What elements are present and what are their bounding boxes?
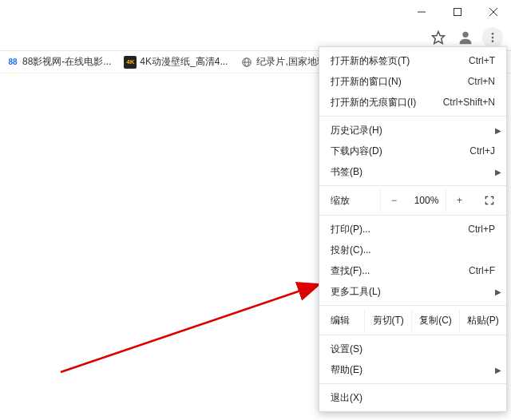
favicon: 88	[6, 56, 19, 69]
menu-copy[interactable]: 复制(C)	[411, 309, 458, 331]
menu-label: 更多工具(L)	[331, 285, 495, 299]
menu-separator	[319, 185, 506, 186]
zoom-value: 100%	[407, 195, 446, 206]
menu-shortcut: Ctrl+J	[469, 145, 495, 157]
menu-downloads[interactable]: 下载内容(D) Ctrl+J	[319, 141, 506, 161]
menu-shortcut: Ctrl+P	[468, 224, 495, 235]
menu-separator	[319, 116, 506, 117]
menu-label: 打开新的无痕窗口(I)	[331, 96, 443, 109]
menu-shortcut: Ctrl+N	[468, 76, 495, 87]
menu-label: 查找(F)...	[331, 264, 469, 278]
menu-shortcut: Ctrl+F	[469, 265, 495, 276]
fullscreen-button[interactable]	[473, 195, 506, 206]
submenu-arrow-icon: ▶	[495, 366, 501, 374]
svg-point-7	[492, 36, 494, 38]
menu-print[interactable]: 打印(P)... Ctrl+P	[319, 219, 506, 240]
menu-history[interactable]: 历史记录(H) ▶	[319, 120, 506, 141]
svg-rect-1	[454, 9, 461, 16]
bookmark-item[interactable]: 4K 4K动漫壁纸_高清4...	[124, 55, 228, 69]
profile-avatar-icon[interactable]	[455, 27, 476, 48]
menu-find[interactable]: 查找(F)... Ctrl+F	[319, 260, 506, 281]
favicon	[240, 56, 253, 69]
submenu-arrow-icon: ▶	[495, 287, 501, 296]
svg-point-5	[462, 31, 468, 37]
bookmark-star-icon[interactable]	[428, 27, 449, 48]
favicon: 4K	[124, 56, 137, 69]
menu-label: 投射(C)...	[331, 244, 495, 257]
submenu-arrow-icon: ▶	[495, 168, 501, 176]
menu-settings[interactable]: 设置(S)	[319, 339, 506, 359]
chrome-main-menu: 打开新的标签页(T) Ctrl+T 打开新的窗口(N) Ctrl+N 打开新的无…	[319, 46, 507, 412]
menu-label: 设置(S)	[331, 343, 495, 356]
menu-label: 打印(P)...	[331, 223, 468, 236]
window-maximize-button[interactable]	[439, 0, 475, 24]
menu-label: 历史记录(H)	[331, 124, 495, 137]
menu-zoom-row: 缩放 − 100% +	[319, 189, 506, 212]
menu-bookmarks[interactable]: 书签(B) ▶	[319, 161, 506, 182]
menu-cast[interactable]: 投射(C)...	[319, 240, 506, 260]
svg-point-6	[492, 33, 494, 35]
menu-label: 编辑	[319, 309, 364, 331]
menu-label: 书签(B)	[331, 165, 495, 179]
menu-kebab-icon[interactable]	[482, 27, 503, 48]
menu-help[interactable]: 帮助(E) ▶	[319, 359, 506, 380]
menu-edit-row: 编辑 剪切(T) 复制(C) 粘贴(P)	[319, 309, 506, 331]
menu-separator	[319, 305, 506, 306]
menu-separator	[319, 215, 506, 216]
svg-line-13	[61, 284, 319, 372]
zoom-out-button[interactable]: −	[380, 189, 407, 212]
bookmark-label: 88影视网-在线电影...	[22, 55, 111, 69]
menu-separator	[319, 383, 506, 384]
menu-label: 退出(X)	[331, 391, 495, 405]
menu-cut[interactable]: 剪切(T)	[364, 309, 411, 331]
menu-label: 打开新的窗口(N)	[331, 75, 468, 89]
submenu-arrow-icon: ▶	[495, 126, 501, 135]
menu-new-tab[interactable]: 打开新的标签页(T) Ctrl+T	[319, 50, 506, 71]
menu-new-incognito[interactable]: 打开新的无痕窗口(I) Ctrl+Shift+N	[319, 92, 506, 113]
menu-new-window[interactable]: 打开新的窗口(N) Ctrl+N	[319, 71, 506, 92]
window-close-button[interactable]	[475, 0, 511, 24]
menu-more-tools[interactable]: 更多工具(L) ▶	[319, 281, 506, 302]
window-minimize-button[interactable]	[403, 0, 439, 24]
svg-marker-4	[433, 31, 445, 43]
menu-separator	[319, 335, 506, 335]
menu-exit[interactable]: 退出(X)	[319, 387, 506, 408]
menu-shortcut: Ctrl+Shift+N	[443, 97, 495, 108]
svg-point-8	[492, 40, 494, 42]
menu-label: 打开新的标签页(T)	[331, 54, 469, 68]
zoom-in-button[interactable]: +	[446, 189, 473, 212]
bookmark-item[interactable]: 88 88影视网-在线电影...	[6, 55, 111, 69]
menu-label: 缩放	[331, 194, 380, 208]
bookmark-label: 4K动漫壁纸_高清4...	[140, 55, 228, 69]
window-titlebar	[0, 0, 511, 24]
menu-shortcut: Ctrl+T	[469, 55, 495, 66]
menu-paste[interactable]: 粘贴(P)	[459, 309, 506, 331]
menu-label: 下载内容(D)	[331, 145, 469, 158]
menu-label: 帮助(E)	[331, 363, 495, 377]
